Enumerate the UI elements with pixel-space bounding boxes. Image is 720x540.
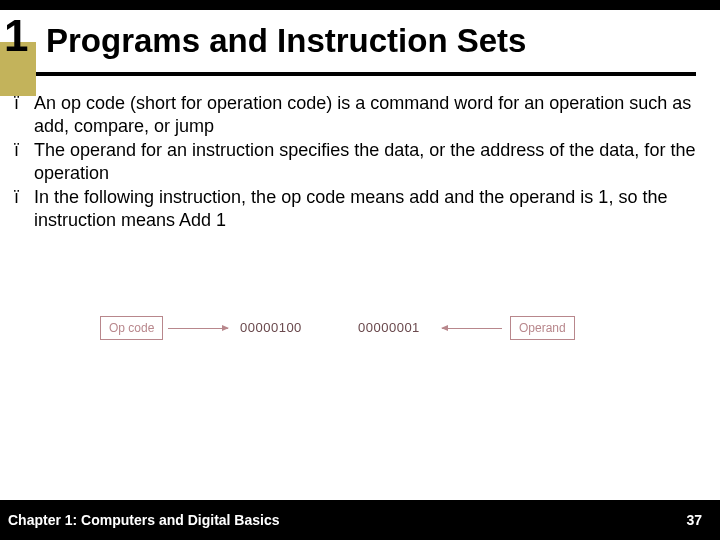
opcode-label-box: Op code [100, 316, 163, 340]
bullet-text: In the following instruction, the op cod… [34, 186, 706, 231]
bullet-marker-icon: ï [14, 92, 34, 137]
arrow-left-icon [442, 328, 502, 329]
footer-chapter-label: Chapter 1: Computers and Digital Basics [8, 512, 280, 528]
opcode-value: 00000100 [240, 320, 302, 335]
footer-bar: Chapter 1: Computers and Digital Basics … [0, 500, 720, 540]
instruction-diagram: Op code 00000100 00000001 Operand [100, 302, 620, 362]
body-text: ï An op code (short for operation code) … [14, 92, 706, 233]
operand-value: 00000001 [358, 320, 420, 335]
slide-title: Programs and Instruction Sets [46, 22, 526, 60]
chapter-number: 1 [4, 14, 28, 58]
bullet-item: ï An op code (short for operation code) … [14, 92, 706, 137]
slide: 1 Programs and Instruction Sets ï An op … [0, 0, 720, 540]
bullet-item: ï In the following instruction, the op c… [14, 186, 706, 231]
title-underline [36, 72, 696, 76]
bullet-text: An op code (short for operation code) is… [34, 92, 706, 137]
top-black-bar [0, 0, 720, 10]
bullet-text: The operand for an instruction specifies… [34, 139, 706, 184]
bullet-marker-icon: ï [14, 139, 34, 184]
bullet-marker-icon: ï [14, 186, 34, 231]
footer-page-number: 37 [686, 512, 702, 528]
bullet-item: ï The operand for an instruction specifi… [14, 139, 706, 184]
operand-label-box: Operand [510, 316, 575, 340]
arrow-right-icon [168, 328, 228, 329]
